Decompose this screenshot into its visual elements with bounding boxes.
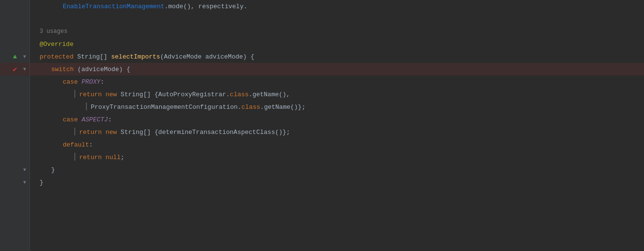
code-line-1: EnableTransactionManagement.mode(), resp…	[30, 0, 644, 13]
code-token: }	[51, 166, 55, 174]
error-icon: ✔	[11, 65, 19, 73]
code-line-13: return null;	[30, 151, 644, 163]
code-token: protected	[40, 53, 77, 60]
code-line-9: ProxyTransactionManagementConfiguration.…	[30, 101, 644, 113]
code-token: }	[40, 179, 43, 186]
code-token: return	[79, 154, 106, 161]
fold-arrow-15[interactable]: ▼	[22, 179, 28, 185]
code-token: :	[89, 141, 93, 148]
code-token: class	[241, 103, 260, 111]
code-line-14: }	[30, 163, 644, 176]
code-line-15: }	[30, 176, 644, 189]
code-line-8: return new String[] {AutoProxyRegistrar.…	[30, 88, 644, 101]
gutter-row-9	[0, 101, 29, 113]
code-area: EnableTransactionManagement.mode(), resp…	[30, 0, 644, 251]
code-token: switch	[51, 66, 74, 73]
gutter-row-1	[0, 0, 29, 13]
code-token: case	[63, 78, 82, 86]
code-token: String[]	[77, 53, 111, 60]
code-token: default	[63, 141, 89, 148]
gutter: ▲ ▼ ✔ ▼ ▼ ▼	[0, 0, 30, 251]
code-token: String[] {AutoProxyRegistrar.	[121, 91, 230, 98]
code-token: new	[106, 129, 121, 136]
code-token: case	[63, 116, 82, 123]
code-line-4: @Override	[30, 38, 644, 50]
code-token: .getName(),	[249, 91, 290, 98]
gutter-row-2	[0, 13, 29, 25]
code-line-12: default:	[30, 138, 644, 151]
gutter-row-5: ▲ ▼	[0, 50, 29, 63]
code-token: :	[108, 116, 112, 123]
code-token: return	[79, 91, 106, 98]
gutter-row-11	[0, 126, 29, 138]
code-line-5: protected String[] selectImports(AdviceM…	[30, 50, 644, 63]
code-token: (adviceMode) {	[74, 66, 130, 73]
code-line-11: return new String[] {determineTransactio…	[30, 126, 644, 138]
gutter-row-13	[0, 151, 29, 163]
code-token: class	[230, 91, 249, 98]
code-line-10: case ASPECTJ:	[30, 113, 644, 126]
gutter-row-6: ✔ ▼	[0, 63, 29, 75]
gutter-row-14: ▼	[0, 163, 29, 176]
gutter-row-12	[0, 138, 29, 151]
code-line-7: case PROXY:	[30, 75, 644, 88]
fold-arrow-14[interactable]: ▼	[22, 167, 28, 173]
gutter-row-7	[0, 75, 29, 88]
code-token: selectImports	[111, 53, 160, 60]
annotation-token: @Override	[40, 41, 73, 48]
code-token: .getName()};	[260, 103, 306, 111]
gutter-row-10	[0, 113, 29, 126]
code-token: new	[106, 91, 121, 98]
code-line-6: switch (adviceMode) {	[30, 63, 644, 75]
code-line-2	[30, 13, 644, 25]
gutter-row-15: ▼	[0, 176, 29, 189]
gutter-row-3	[0, 25, 29, 38]
usages-text: 3 usages	[40, 28, 68, 35]
gutter-row-4	[0, 38, 29, 50]
code-token: EnableTransactionManagement	[63, 3, 165, 10]
code-token: ;	[121, 154, 125, 161]
code-line-3: 3 usages	[30, 25, 644, 38]
breakpoint-icon: ▲	[11, 53, 19, 60]
code-token: return	[79, 129, 106, 136]
code-token: String[] {determineTransactionAspectClas…	[121, 129, 290, 136]
code-token: ASPECTJ	[82, 116, 108, 123]
code-token: (AdviceMode adviceMode) {	[160, 53, 254, 60]
code-token: :	[100, 78, 104, 86]
fold-arrow-5[interactable]: ▼	[22, 54, 28, 59]
code-token: ProxyTransactionManagementConfiguration.	[91, 103, 241, 111]
fold-arrow-6[interactable]: ▼	[22, 66, 28, 72]
code-token: PROXY	[82, 78, 100, 86]
code-token: .mode(), respectively.	[165, 3, 248, 10]
gutter-row-8	[0, 88, 29, 101]
code-token: null	[106, 154, 121, 161]
code-editor: ▲ ▼ ✔ ▼ ▼ ▼ EnableTransactionManagement.…	[0, 0, 644, 251]
